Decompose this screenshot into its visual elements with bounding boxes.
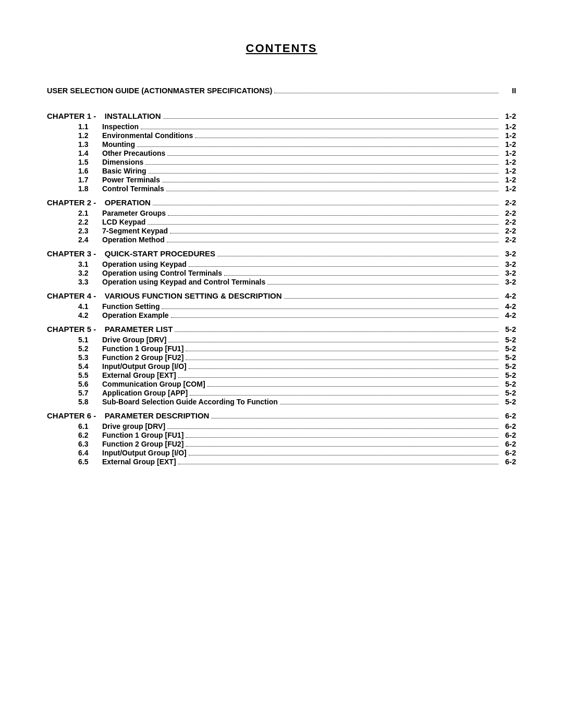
- toc-page: 2-2: [500, 227, 516, 235]
- toc-page: 5-2: [500, 371, 516, 379]
- toc-sub-entry: 5.8Sub-Board Selection Guide According T…: [47, 398, 516, 406]
- toc-page: 1-2: [500, 112, 516, 120]
- toc-dots: [167, 242, 498, 242]
- sub-number: 1.7: [78, 176, 98, 184]
- sub-label: Operation using Keypad and Control Termi…: [98, 278, 265, 286]
- sub-label: Environmental Conditions: [98, 131, 193, 140]
- toc-page: 1-2: [500, 122, 516, 131]
- toc-container: USER SELECTION GUIDE (ACTIONMASTER SPECI…: [47, 87, 516, 466]
- toc-sub-entry: 1.6Basic Wiring1-2: [47, 167, 516, 175]
- sub-label: Drive group [DRV]: [98, 422, 165, 430]
- chapter-label: VARIOUS FUNCTION SETTING & DESCRIPTION: [105, 291, 282, 300]
- sub-label: Function 1 Group [FU1]: [98, 431, 183, 439]
- toc-dots: [171, 317, 498, 318]
- sub-number: 5.2: [78, 344, 98, 353]
- toc-page: 1-2: [500, 149, 516, 157]
- sub-number: 5.3: [78, 353, 98, 362]
- toc-dots: [190, 395, 498, 396]
- toc-page: 5-2: [500, 336, 516, 344]
- toc-dots: [153, 205, 498, 205]
- toc-sub-entry: 3.1Operation using Keypad3-2: [47, 260, 516, 268]
- toc-dots: [189, 266, 498, 267]
- toc-dots: [267, 284, 498, 285]
- toc-sub-entry: 6.4Input/Output Group [I/O]6-2: [47, 449, 516, 457]
- chapter-number: CHAPTER 3 -: [47, 249, 105, 258]
- sub-number: 6.3: [78, 440, 98, 448]
- toc-sub-entry: 5.7Application Group [APP]5-2: [47, 389, 516, 397]
- sub-number: 1.1: [78, 122, 98, 131]
- sub-label: Basic Wiring: [98, 167, 146, 175]
- toc-chapter: CHAPTER 6 - PARAMETER DESCRIPTION6-2: [47, 411, 516, 420]
- chapter-label: QUICK-START PROCEDURES: [105, 249, 215, 258]
- sub-number: 1.8: [78, 184, 98, 193]
- sub-number: 3.3: [78, 278, 98, 286]
- toc-sub-entry: 1.1Inspection1-2: [47, 122, 516, 131]
- toc-sub-entry: 1.8Control Terminals1-2: [47, 184, 516, 193]
- toc-dots: [189, 368, 498, 369]
- sub-number: 5.4: [78, 362, 98, 371]
- toc-chapter: CHAPTER 3 - QUICK-START PROCEDURES3-2: [47, 249, 516, 258]
- sub-label: Input/Output Group [I/O]: [98, 449, 187, 457]
- sub-label: Communication Group [COM]: [98, 380, 205, 388]
- toc-page: 1-2: [500, 140, 516, 149]
- sub-number: 4.1: [78, 302, 98, 311]
- sub-number: 6.2: [78, 431, 98, 439]
- toc-dots: [280, 404, 498, 404]
- toc-sub-entry: 6.1Drive group [DRV]6-2: [47, 422, 516, 430]
- toc-dots: [162, 182, 498, 182]
- toc-dots: [224, 275, 498, 276]
- toc-sub-entry: 5.2Function 1 Group [FU1]5-2: [47, 344, 516, 353]
- chapter-number: CHAPTER 6 -: [47, 411, 105, 420]
- toc-dots: [175, 331, 498, 332]
- sub-label: 7-Segment Keypad: [98, 227, 168, 235]
- sub-number: 2.1: [78, 209, 98, 217]
- toc-sub-entry: 5.3Function 2 Group [FU2]5-2: [47, 353, 516, 362]
- toc-page: 6-2: [500, 422, 516, 430]
- toc-dots: [217, 256, 498, 256]
- toc-page: 5-2: [500, 398, 516, 406]
- toc-page: 3-2: [500, 269, 516, 277]
- toc-sub-entry: 2.2LCD Keypad2-2: [47, 218, 516, 226]
- toc-dots: [211, 418, 498, 418]
- toc-page: 2-2: [500, 236, 516, 244]
- sub-label: Inspection: [98, 122, 139, 131]
- toc-page: 6-2: [500, 458, 516, 466]
- chapter-number: CHAPTER 1 -: [47, 112, 105, 120]
- toc-dots: [170, 233, 498, 233]
- sub-label: Mounting: [98, 140, 135, 149]
- chapter-label: PARAMETER LIST: [105, 325, 173, 334]
- sub-number: 1.4: [78, 149, 98, 157]
- toc-dots: [145, 164, 498, 165]
- sub-label: Parameter Groups: [98, 209, 166, 217]
- sub-label: Drive Group [DRV]: [98, 336, 166, 344]
- toc-dots: [178, 464, 498, 464]
- toc-page: 1-2: [500, 167, 516, 175]
- toc-sub-entry: 5.5External Group [EXT]5-2: [47, 371, 516, 379]
- toc-dots: [168, 342, 498, 342]
- toc-dots: [195, 138, 498, 138]
- sub-number: 3.2: [78, 269, 98, 277]
- sub-label: Operation using Control Terminals: [98, 269, 222, 277]
- sub-label: Control Terminals: [98, 184, 164, 193]
- toc-page: 1-2: [500, 131, 516, 140]
- sub-label: Function 2 Group [FU2]: [98, 353, 183, 362]
- sub-label: Function 1 Group [FU1]: [98, 344, 183, 353]
- toc-sub-entry: 2.4Operation Method2-2: [47, 236, 516, 244]
- toc-page: 2-2: [500, 209, 516, 217]
- toc-page: 1-2: [500, 176, 516, 184]
- toc-dots: [186, 360, 498, 360]
- toc-chapter: CHAPTER 1 - INSTALLATION1-2: [47, 112, 516, 120]
- toc-sub-entry: 1.5Dimensions1-2: [47, 158, 516, 166]
- chapter-label: OPERATION: [105, 198, 151, 207]
- toc-page: 1-2: [500, 158, 516, 166]
- toc-sub-entry: 1.2Environmental Conditions1-2: [47, 131, 516, 140]
- sub-number: 1.6: [78, 167, 98, 175]
- sub-number: 4.2: [78, 311, 98, 319]
- toc-page: 5-2: [500, 353, 516, 362]
- toc-dots: [148, 224, 498, 225]
- toc-label: USER SELECTION GUIDE (ACTIONMASTER SPECI…: [47, 87, 272, 95]
- toc-dots: [284, 298, 498, 299]
- toc-sub-entry: 5.6Communication Group [COM]5-2: [47, 380, 516, 388]
- toc-chapter: CHAPTER 5 - PARAMETER LIST5-2: [47, 325, 516, 334]
- toc-page: 4-2: [500, 292, 516, 300]
